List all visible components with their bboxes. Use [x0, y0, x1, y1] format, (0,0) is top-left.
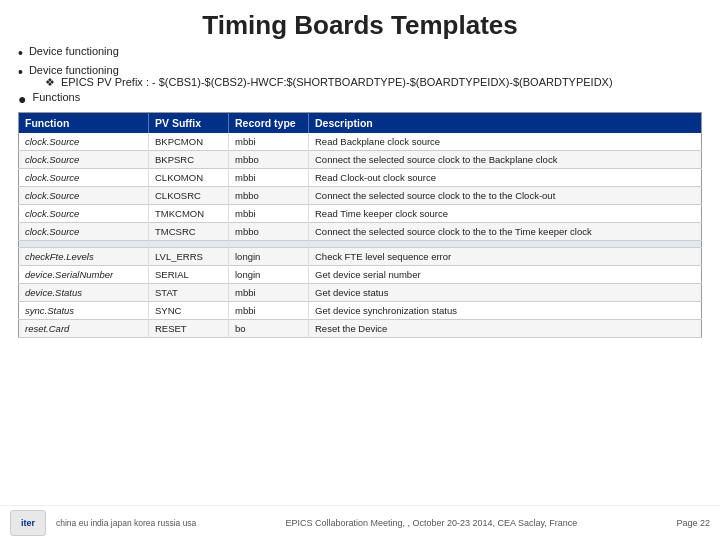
- table-cell: reset.Card: [19, 319, 149, 337]
- table-cell: BKPCMON: [149, 133, 229, 151]
- table-cell: [19, 240, 149, 247]
- bullet-functions: Functions: [32, 91, 80, 103]
- table-cell: Read Clock-out clock source: [309, 168, 702, 186]
- col-header-description: Description: [309, 112, 702, 133]
- table-cell: Read Backplane clock source: [309, 133, 702, 151]
- table-cell: Reset the Device: [309, 319, 702, 337]
- table-cell: BKPSRC: [149, 150, 229, 168]
- table-cell: mbbo: [229, 222, 309, 240]
- table-cell: CLKOMON: [149, 168, 229, 186]
- table-cell: Get device serial number: [309, 265, 702, 283]
- col-header-suffix: PV Suffix: [149, 112, 229, 133]
- table-cell: mbbi: [229, 283, 309, 301]
- bullet-dot-1: •: [18, 45, 23, 62]
- footer-center-text: EPICS Collaboration Meeting, , October 2…: [196, 518, 666, 528]
- table-cell: [309, 240, 702, 247]
- table-cell: clock.Source: [19, 150, 149, 168]
- table-cell: [149, 240, 229, 247]
- table-cell: clock.Source: [19, 186, 149, 204]
- bullet-text-device: Device functioning: [29, 45, 119, 57]
- table-row: sync.StatusSYNCmbbiGet device synchroniz…: [19, 301, 702, 319]
- table-row: checkFte.LevelsLVL_ERRSlonginCheck FTE l…: [19, 247, 702, 265]
- table-cell: longin: [229, 265, 309, 283]
- table-row: [19, 240, 702, 247]
- table-cell: mbbo: [229, 150, 309, 168]
- table-cell: SERIAL: [149, 265, 229, 283]
- footer: iter china eu india japan korea russia u…: [0, 505, 720, 540]
- table-cell: TMKCMON: [149, 204, 229, 222]
- table-cell: STAT: [149, 283, 229, 301]
- footer-countries: china eu india japan korea russia usa: [56, 518, 196, 528]
- col-header-recordtype: Record type: [229, 112, 309, 133]
- table-cell: SYNC: [149, 301, 229, 319]
- table-cell: CLKOSRC: [149, 186, 229, 204]
- table-cell: Check FTE level sequence error: [309, 247, 702, 265]
- table-cell: clock.Source: [19, 168, 149, 186]
- table-cell: mbbi: [229, 301, 309, 319]
- table-cell: longin: [229, 247, 309, 265]
- table-cell: device.Status: [19, 283, 149, 301]
- table-row: clock.SourceTMCSRCmbboConnect the select…: [19, 222, 702, 240]
- table-cell: Get device synchronization status: [309, 301, 702, 319]
- sub-bullet-icon: ❖: [45, 76, 55, 89]
- table-cell: clock.Source: [19, 204, 149, 222]
- table-row: clock.SourceCLKOSRCmbboConnect the selec…: [19, 186, 702, 204]
- table-row: device.SerialNumberSERIALlonginGet devic…: [19, 265, 702, 283]
- table-cell: mbbi: [229, 168, 309, 186]
- table-row: clock.SourceBKPCMONmbbiRead Backplane cl…: [19, 133, 702, 151]
- footer-logo-area: iter: [10, 510, 46, 536]
- table-cell: Connect the selected source clock to the…: [309, 186, 702, 204]
- table-row: device.StatusSTATmbbiGet device status: [19, 283, 702, 301]
- page-title: Timing Boards Templates: [0, 0, 720, 45]
- footer-page-number: Page 22: [676, 518, 710, 528]
- table-cell: bo: [229, 319, 309, 337]
- table-cell: RESET: [149, 319, 229, 337]
- table-row: clock.SourceCLKOMONmbbiRead Clock-out cl…: [19, 168, 702, 186]
- table-row: clock.SourceBKPSRCmbboConnect the select…: [19, 150, 702, 168]
- epics-pv-prefix-text: EPICS PV Prefix : - $(CBS1)-$(CBS2)-HWCF…: [61, 76, 613, 88]
- bullet-dot-2: •: [18, 64, 23, 81]
- table-cell: TMCSRC: [149, 222, 229, 240]
- table-row: reset.CardRESETboReset the Device: [19, 319, 702, 337]
- table-cell: LVL_ERRS: [149, 247, 229, 265]
- bullet-text-device2: Device functioning: [29, 64, 119, 76]
- table-cell: clock.Source: [19, 222, 149, 240]
- bullet-dot-3: ●: [18, 91, 26, 108]
- table-cell: mbbi: [229, 133, 309, 151]
- table-cell: Get device status: [309, 283, 702, 301]
- table-cell: clock.Source: [19, 133, 149, 151]
- table-cell: device.SerialNumber: [19, 265, 149, 283]
- table-cell: sync.Status: [19, 301, 149, 319]
- table-cell: Connect the selected source clock to the…: [309, 222, 702, 240]
- iter-logo: iter: [10, 510, 46, 536]
- table-cell: mbbi: [229, 204, 309, 222]
- table-cell: checkFte.Levels: [19, 247, 149, 265]
- table-cell: [229, 240, 309, 247]
- table-cell: Connect the selected source clock to the…: [309, 150, 702, 168]
- table-row: clock.SourceTMKCMONmbbiRead Time keeper …: [19, 204, 702, 222]
- table-cell: Read Time keeper clock source: [309, 204, 702, 222]
- table-cell: mbbo: [229, 186, 309, 204]
- functions-table: Function PV Suffix Record type Descripti…: [18, 112, 702, 338]
- col-header-function: Function: [19, 112, 149, 133]
